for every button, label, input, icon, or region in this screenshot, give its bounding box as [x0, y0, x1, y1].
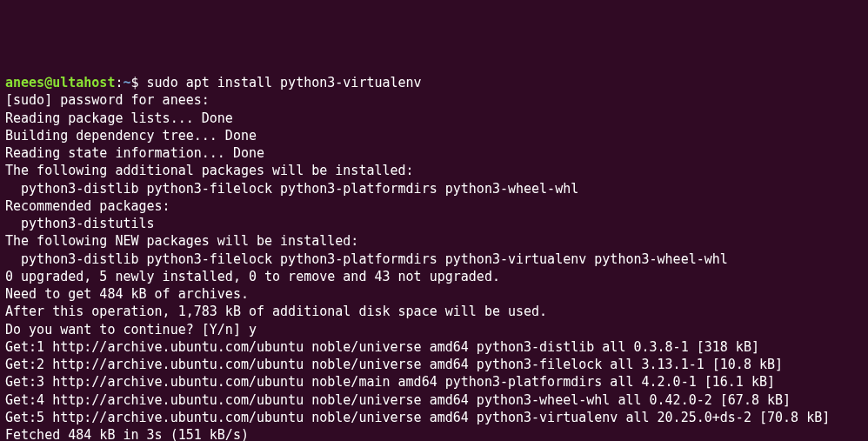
- output-line: Get:2 http://archive.ubuntu.com/ubuntu n…: [5, 356, 863, 373]
- prompt-user: anees@ultahost: [5, 75, 115, 90]
- output-line: Reading state information... Done: [5, 144, 863, 162]
- output-line: Do you want to continue? [Y/n] y: [5, 321, 863, 338]
- output-line: Fetched 484 kB in 3s (151 kB/s): [5, 426, 863, 441]
- output-line: Recommended packages:: [5, 197, 863, 215]
- terminal-output[interactable]: anees@ultahost:~$ sudo apt install pytho…: [5, 74, 863, 441]
- prompt-line: anees@ultahost:~$ sudo apt install pytho…: [5, 74, 863, 91]
- output-line: Get:1 http://archive.ubuntu.com/ubuntu n…: [5, 338, 863, 356]
- output-line: Need to get 484 kB of archives.: [5, 285, 863, 303]
- output-line: Get:5 http://archive.ubuntu.com/ubuntu n…: [5, 409, 863, 426]
- output-line: [sudo] password for anees:: [5, 91, 863, 109]
- output-line: After this operation, 1,783 kB of additi…: [5, 303, 863, 320]
- output-line: The following NEW packages will be insta…: [5, 232, 863, 250]
- output-line: Get:4 http://archive.ubuntu.com/ubuntu n…: [5, 391, 863, 409]
- output-line: python3-distutils: [5, 215, 863, 232]
- output-line: python3-distlib python3-filelock python3…: [5, 180, 863, 197]
- output-line: Get:3 http://archive.ubuntu.com/ubuntu n…: [5, 373, 863, 391]
- output-line: The following additional packages will b…: [5, 162, 863, 179]
- output-line: python3-distlib python3-filelock python3…: [5, 251, 863, 268]
- prompt-path: ~: [123, 75, 130, 90]
- output-line: Building dependency tree... Done: [5, 127, 863, 144]
- output-line: 0 upgraded, 5 newly installed, 0 to remo…: [5, 268, 863, 285]
- prompt-dollar: $: [131, 75, 147, 90]
- command-text: sudo apt install python3-virtualenv: [147, 75, 422, 90]
- output-line: Reading package lists... Done: [5, 110, 863, 127]
